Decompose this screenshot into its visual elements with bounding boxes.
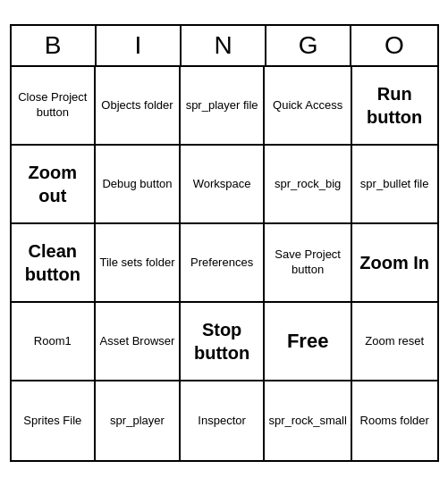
header-b: B — [12, 26, 97, 65]
bingo-cell-7: Workspace — [181, 146, 266, 224]
bingo-cell-21: spr_player — [96, 381, 181, 460]
header-o: O — [351, 26, 436, 65]
bingo-cell-9: spr_bullet file — [352, 146, 437, 224]
bingo-cell-3: Quick Access — [265, 67, 351, 146]
bingo-cell-8: spr_rock_big — [265, 146, 351, 224]
bingo-cell-15: Room1 — [12, 303, 97, 381]
bingo-cell-14: Zoom In — [352, 224, 437, 303]
bingo-cell-22: Inspector — [181, 381, 266, 460]
bingo-cell-24: Rooms folder — [352, 381, 437, 460]
bingo-cell-0: Close Project button — [12, 67, 97, 146]
header-g: G — [266, 26, 351, 65]
bingo-cell-18: Free — [265, 303, 351, 381]
bingo-cell-5: Zoom out — [12, 146, 97, 224]
bingo-cell-19: Zoom reset — [352, 303, 437, 381]
bingo-cell-13: Save Project button — [265, 224, 351, 303]
bingo-cell-16: Asset Browser — [96, 303, 181, 381]
bingo-cell-6: Debug button — [96, 146, 181, 224]
bingo-cell-23: spr_rock_small — [265, 381, 351, 460]
bingo-cell-20: Sprites File — [12, 381, 97, 460]
bingo-cell-2: spr_player file — [181, 67, 266, 146]
bingo-header: B I N G O — [12, 26, 437, 67]
bingo-cell-12: Preferences — [181, 224, 266, 303]
bingo-cell-10: Clean button — [12, 224, 97, 303]
header-i: I — [97, 26, 182, 65]
bingo-grid: Close Project buttonObjects folderspr_pl… — [12, 67, 437, 460]
bingo-cell-11: Tile sets folder — [96, 224, 181, 303]
bingo-cell-17: Stop button — [181, 303, 266, 381]
bingo-cell-1: Objects folder — [96, 67, 181, 146]
bingo-card: B I N G O Close Project buttonObjects fo… — [10, 24, 439, 462]
bingo-cell-4: Run button — [352, 67, 437, 146]
header-n: N — [182, 26, 266, 65]
